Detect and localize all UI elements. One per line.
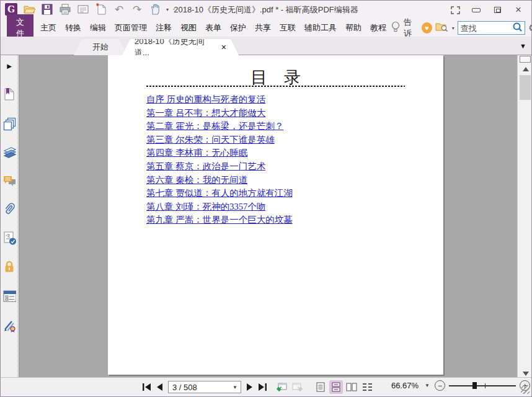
zoom-slider-thumb[interactable] [472,382,477,389]
zoom-level-value[interactable]: 66.67% [386,381,419,390]
find-search-box [458,21,526,35]
page-display-mode-group [314,380,374,394]
menu-bar-right: 告诉 ♥ ▾ ⚙ ▾ ◁ ▶ [391,17,532,39]
digital-signatures-panel-icon[interactable] [2,231,16,245]
redo-icon[interactable]: ↷ [130,2,144,16]
new-document-icon[interactable]: * [94,2,108,16]
menu-edit[interactable]: 编辑 [86,20,110,36]
menu-view[interactable]: 视图 [176,20,201,36]
menu-items: 主页 转换 编辑 页面管理 注释 视图 表单 保护 共享 互联 辅助工具 帮助 … [36,20,391,36]
foxit-pdf-editor-window: G * ↶ ↷ ▾ ⹀ 2018-10《历史无间道》.pdf [0,0,532,397]
page-number-dropdown-icon[interactable]: ▼ [233,385,237,390]
zoom-slider-track[interactable] [449,385,516,386]
tab-start[interactable]: 开始 [74,39,127,55]
toc-link[interactable]: 第八章 刘瑾：死神的3357个吻 [146,200,265,214]
lightbulb-icon[interactable] [391,20,401,35]
menu-home[interactable]: 主页 [36,20,61,36]
next-page-icon[interactable] [246,383,253,391]
previous-page-icon[interactable] [156,383,163,391]
toc-link[interactable]: 第九章 严嵩：世界是一个巨大的坟墓 [146,213,293,227]
menu-form[interactable]: 表单 [201,20,226,36]
document-tab-bar: 开始 2018-10《历史无间道... × ▼ [1,37,531,55]
tab-close-icon[interactable]: × [221,42,226,52]
gear-icon[interactable]: ⚙ [528,22,532,33]
toc-link[interactable]: 第二章 霍光：是栋梁，还是芒刺？ [146,120,283,133]
facing-view-icon[interactable] [345,380,358,394]
menu-comment[interactable]: 注释 [151,20,176,36]
save-icon[interactable] [40,2,54,16]
print-icon[interactable] [58,2,72,16]
menu-help[interactable]: 帮助 [341,20,366,36]
scrollbar-split-handle[interactable] [520,56,531,63]
toc-link[interactable]: 第一章 吕不韦：想大才能做大 [146,107,265,120]
zoom-slider[interactable] [449,380,516,391]
comments-panel-icon[interactable] [2,174,16,188]
document-view-area[interactable]: 目 录 自序 历史的重构与死者的复活 第一章 吕不韦：想大才能做大 第二章 霍光… [19,55,517,378]
page-number-value: 3 / 508 [172,383,197,392]
table-of-contents: 自序 历史的重构与死者的复活 第一章 吕不韦：想大才能做大 第二章 霍光：是栋梁… [146,93,293,227]
first-page-icon[interactable] [142,383,151,391]
resize-grip-icon[interactable] [521,385,530,394]
zoom-out-icon[interactable]: − [435,380,445,391]
tab-start-label: 开始 [92,42,109,53]
menu-protect[interactable]: 保护 [226,20,250,36]
scrollbar-thumb[interactable] [520,75,531,100]
single-page-view-icon[interactable] [314,380,327,394]
next-view-icon [292,382,303,392]
panel-expand-icon[interactable]: ▶ [2,59,16,73]
search-folder-dropdown-icon[interactable]: ▾ [452,25,454,31]
status-bar: 3 / 508 ▼ [1,377,531,396]
fields-panel-icon[interactable] [2,290,16,303]
minimize-button[interactable] [466,2,487,18]
attachments-panel-icon[interactable] [2,202,16,215]
toc-link[interactable]: 第六章 秦桧：我的无间道 [146,174,247,187]
page-thumbnails-panel-icon[interactable] [2,117,16,131]
toc-link[interactable]: 自序 历史的重构与死者的复活 [146,93,265,107]
menu-accessibility[interactable]: 辅助工具 [300,20,341,36]
svg-text:*: * [96,3,99,11]
continuous-facing-view-icon[interactable] [360,380,374,394]
restore-button[interactable] [487,2,508,18]
page-number-box[interactable]: 3 / 508 ▼ [168,381,241,393]
previous-view-icon[interactable] [276,382,287,392]
close-button[interactable]: × [508,2,529,18]
customize-quick-access-icon[interactable]: ⹀ [173,6,175,12]
hand-tool-icon[interactable] [148,2,162,16]
menu-convert[interactable]: 转换 [61,20,86,36]
menu-page-management[interactable]: 页面管理 [110,20,151,36]
toc-link[interactable]: 第五章 蔡京：政治是一门艺术 [146,160,265,174]
search-folder-icon[interactable] [435,21,449,35]
zoom-dropdown-icon[interactable]: ▼ [425,383,430,388]
tab-active-document[interactable]: 2018-10《历史无间道... × [122,39,239,55]
toc-link[interactable]: 第三章 尔朱荣：问天下谁是英雄 [146,133,275,147]
vertical-scrollbar[interactable] [517,55,532,378]
zoom-controls-group: 66.67% ▼ − + [386,380,530,391]
hand-tool-dropdown-icon[interactable]: ▾ [166,7,169,12]
zoom-slider-tick [485,383,486,388]
menu-connect[interactable]: 互联 [275,20,300,36]
toc-link[interactable]: 第四章 李林甫：无心睡眠 [146,146,247,160]
title-divider [146,86,405,87]
bookmarks-panel-icon[interactable] [2,87,16,101]
menu-share[interactable]: 共享 [250,20,275,36]
toc-link[interactable]: 第七章 贾似道：有人的地方就有江湖 [146,187,293,200]
main-area: ▶ [1,55,532,378]
last-page-icon[interactable] [258,383,267,391]
scroll-up-icon[interactable] [518,64,532,74]
tell-me-label[interactable]: 告诉 [404,17,419,39]
page-navigation-group: 3 / 508 ▼ [142,381,303,393]
search-magnifier-icon[interactable] [512,22,523,35]
heart-icon[interactable]: ♥ [422,22,432,33]
menu-bar: 文件 主页 转换 编辑 页面管理 注释 视图 表单 保护 共享 互联 辅助工具 … [1,19,531,37]
undo-icon[interactable]: ↶ [112,2,126,16]
email-icon[interactable] [76,2,90,16]
layers-panel-icon[interactable] [2,146,16,159]
menu-tutorial[interactable]: 教程 [366,20,391,36]
find-input[interactable] [458,24,513,33]
tab-list-dropdown-icon[interactable]: ▼ [520,42,526,50]
continuous-view-icon[interactable] [329,380,343,394]
security-panel-icon[interactable] [2,260,16,274]
navigation-panel-sidebar: ▶ [1,55,18,378]
arrange-windows-icon[interactable] [445,2,466,18]
sign-panel-icon[interactable] [2,319,16,333]
